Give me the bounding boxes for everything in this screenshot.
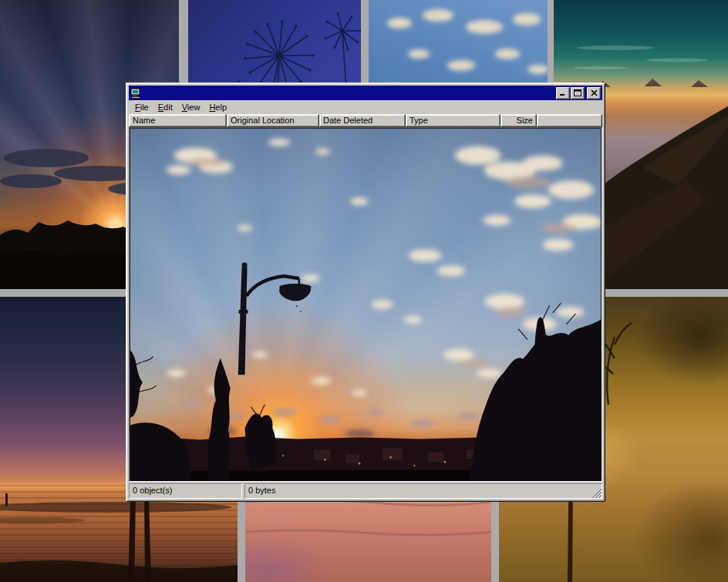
maximize-icon xyxy=(574,89,581,96)
menu-edit[interactable]: Edit xyxy=(153,101,177,113)
column-header-size[interactable]: Size xyxy=(501,114,537,127)
column-header-original-location[interactable]: Original Location xyxy=(227,114,319,127)
close-button[interactable] xyxy=(587,87,601,99)
maximize-button[interactable] xyxy=(571,87,585,99)
column-header-date-deleted[interactable]: Date Deleted xyxy=(319,114,406,127)
menu-file[interactable]: File xyxy=(130,101,153,113)
file-list-area[interactable] xyxy=(129,127,602,482)
menu-help[interactable]: Help xyxy=(204,101,231,113)
status-object-count: 0 object(s) xyxy=(129,483,242,499)
close-icon xyxy=(591,89,598,96)
sunset-photo-overlay xyxy=(130,129,601,480)
resize-grip-icon[interactable] xyxy=(592,488,602,498)
minimize-button[interactable] xyxy=(556,87,570,99)
menu-bar: File Edit View Help xyxy=(129,100,602,114)
window-titlebar[interactable] xyxy=(129,86,602,100)
background-photo-sunset-streetlamp xyxy=(130,129,601,480)
status-size: 0 bytes xyxy=(244,483,602,499)
column-header-type[interactable]: Type xyxy=(406,114,501,127)
column-headers: Name Original Location Date Deleted Type… xyxy=(129,114,602,127)
minimize-icon xyxy=(559,89,567,96)
menu-view[interactable]: View xyxy=(177,101,205,113)
computer-icon xyxy=(130,88,142,99)
recycle-bin-window: File Edit View Help Name Original Locati… xyxy=(126,82,605,502)
column-header-blank[interactable] xyxy=(537,114,602,127)
status-bar: 0 object(s) 0 bytes xyxy=(129,483,602,499)
column-header-name[interactable]: Name xyxy=(129,114,227,127)
